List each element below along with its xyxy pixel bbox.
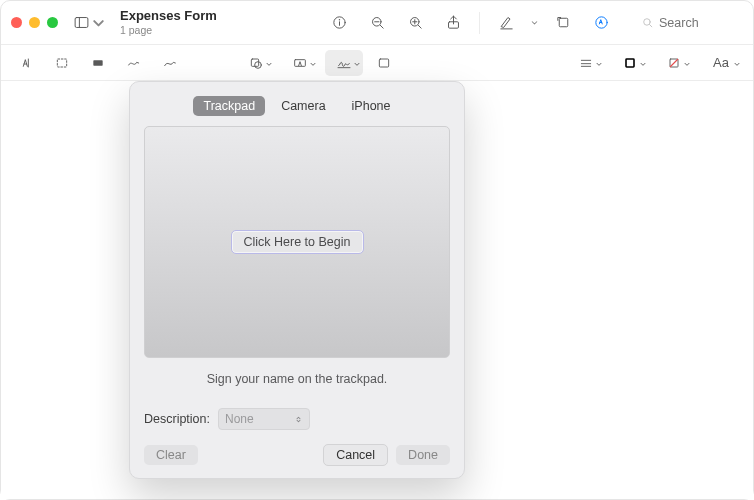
zoom-in-icon	[407, 14, 424, 31]
svg-rect-14	[559, 18, 568, 27]
zoom-out-icon	[369, 14, 386, 31]
window-controls	[11, 17, 58, 28]
highlight-button[interactable]	[492, 10, 520, 36]
chevron-down-icon[interactable]	[530, 18, 539, 27]
clear-button[interactable]: Clear	[144, 445, 198, 465]
info-button[interactable]	[325, 10, 353, 36]
tab-camera[interactable]: Camera	[271, 96, 335, 116]
border-square-icon	[622, 55, 638, 71]
text-tool[interactable]	[281, 50, 319, 76]
app-window: Expenses Form 1 page	[0, 0, 754, 500]
description-label: Description:	[144, 412, 210, 426]
toolbar-divider	[479, 12, 480, 34]
signature-popover: Trackpad Camera iPhone Click Here to Beg…	[129, 81, 465, 479]
markup-icon	[593, 14, 610, 31]
rect-selection-tool[interactable]	[47, 50, 77, 76]
text-selection-tool[interactable]	[11, 50, 41, 76]
document-title: Expenses Form	[120, 9, 217, 24]
tab-iphone[interactable]: iPhone	[342, 96, 401, 116]
highlighter-icon	[498, 14, 515, 31]
sketch-tool[interactable]	[119, 50, 149, 76]
titlebar-actions	[325, 10, 615, 36]
draw-tool[interactable]	[155, 50, 185, 76]
rotate-button[interactable]	[549, 10, 577, 36]
chevron-down-icon	[733, 60, 741, 68]
search-icon	[641, 16, 654, 29]
selection-rect-icon	[54, 55, 70, 71]
description-row: Description: None	[144, 408, 450, 430]
draw-icon	[162, 55, 178, 71]
chevron-down-icon	[683, 60, 691, 68]
svg-rect-27	[379, 59, 388, 67]
search-input[interactable]	[659, 16, 729, 30]
font-aa-icon: Aa	[713, 55, 729, 70]
redact-tool[interactable]	[83, 50, 113, 76]
signature-pad[interactable]: Click Here to Begin	[144, 126, 450, 358]
info-icon	[331, 14, 348, 31]
share-icon	[445, 14, 462, 31]
svg-line-9	[418, 25, 421, 28]
chevron-down-icon	[309, 60, 317, 68]
signature-source-tabs: Trackpad Camera iPhone	[144, 96, 450, 116]
note-icon	[376, 55, 392, 71]
rotate-icon	[555, 14, 572, 31]
sidebar-icon	[73, 14, 90, 31]
share-button[interactable]	[439, 10, 467, 36]
done-button[interactable]: Done	[396, 445, 450, 465]
shapes-icon	[248, 55, 264, 71]
close-window-button[interactable]	[11, 17, 22, 28]
sketch-icon	[126, 55, 142, 71]
document-title-group: Expenses Form 1 page	[120, 9, 217, 36]
chevron-down-icon	[595, 60, 603, 68]
border-style-tool[interactable]	[567, 50, 605, 76]
svg-point-24	[255, 61, 262, 68]
border-lines-icon	[578, 55, 594, 71]
markup-toolbar: Aa	[1, 45, 753, 81]
zoom-in-button[interactable]	[401, 10, 429, 36]
signature-hint: Sign your name on the trackpad.	[144, 372, 450, 386]
sign-tool[interactable]	[325, 50, 363, 76]
svg-line-18	[650, 25, 652, 27]
description-select[interactable]: None	[218, 408, 310, 430]
tab-trackpad[interactable]: Trackpad	[193, 96, 265, 116]
chevron-down-icon	[353, 60, 361, 68]
popover-button-row: Clear Cancel Done	[144, 444, 450, 466]
chevron-down-icon	[265, 60, 273, 68]
redact-icon	[90, 55, 106, 71]
updown-icon	[294, 415, 303, 424]
fill-color-tool[interactable]	[655, 50, 693, 76]
signature-icon	[336, 55, 352, 71]
fill-square-icon	[666, 55, 682, 71]
shapes-tool[interactable]	[237, 50, 275, 76]
svg-line-33	[670, 59, 678, 67]
document-subtitle: 1 page	[120, 24, 217, 36]
chevron-down-icon	[639, 60, 647, 68]
svg-rect-21	[57, 59, 66, 67]
zoom-out-button[interactable]	[363, 10, 391, 36]
svg-rect-0	[75, 18, 88, 28]
document-area: Trackpad Camera iPhone Click Here to Beg…	[1, 81, 753, 499]
text-cursor-icon	[18, 55, 34, 71]
begin-signature-button[interactable]: Click Here to Begin	[231, 230, 364, 254]
svg-line-6	[380, 25, 383, 28]
border-color-tool[interactable]	[611, 50, 649, 76]
minimize-window-button[interactable]	[29, 17, 40, 28]
titlebar: Expenses Form 1 page	[1, 1, 753, 45]
note-tool[interactable]	[369, 50, 399, 76]
zoom-window-button[interactable]	[47, 17, 58, 28]
textbox-icon	[292, 55, 308, 71]
svg-rect-22	[93, 60, 102, 65]
markup-button[interactable]	[587, 10, 615, 36]
svg-point-17	[644, 19, 651, 25]
sidebar-toggle-button[interactable]	[72, 10, 108, 36]
chevron-down-icon	[90, 14, 107, 31]
svg-rect-31	[626, 59, 634, 67]
cancel-button[interactable]: Cancel	[323, 444, 388, 466]
description-value: None	[225, 412, 254, 426]
svg-point-4	[338, 19, 339, 20]
search-field[interactable]	[633, 13, 743, 33]
font-style-tool[interactable]: Aa	[699, 50, 743, 76]
